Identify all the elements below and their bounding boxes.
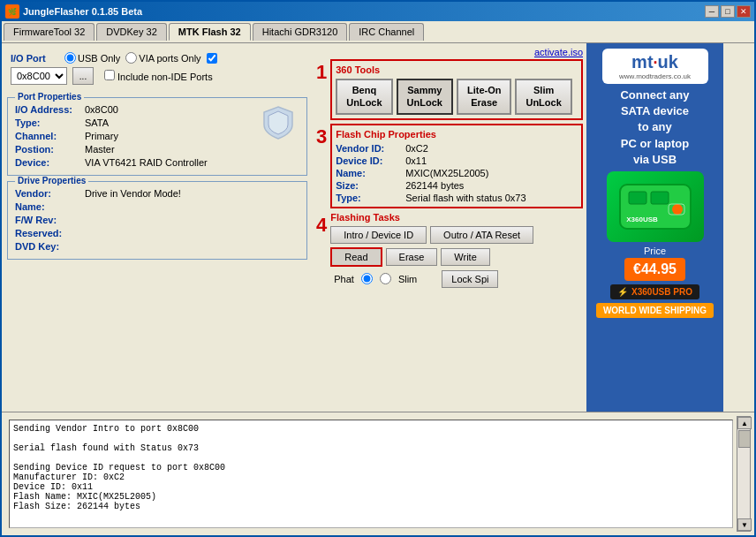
log-line-6: Manufacturer ID: 0xC2 <box>13 473 729 482</box>
svg-text:X360USB: X360USB <box>626 216 658 223</box>
io-address-row: I/O Address: 0x8C00 <box>15 104 208 115</box>
price-badge: €44.95 <box>624 258 685 281</box>
log-line-4 <box>13 453 729 463</box>
mt-logo: mt·uk www.modtraders.co.uk <box>602 49 708 84</box>
shield-icon <box>261 105 296 140</box>
mt-logo-sub: www.modtraders.co.uk <box>619 72 691 80</box>
port-props-left: I/O Address: 0x8C00 Type: SATA Channel: … <box>15 102 208 168</box>
io-section: I/O Port USB Only VIA ports Only 0x8C00 <box>7 49 307 92</box>
slim-unlock-button[interactable]: Slim UnLock <box>515 79 571 115</box>
flash-name-row: Name: MXIC(MX25L2005) <box>336 168 578 178</box>
log-line-1: Sending Vendor Intro to port 0x8C00 <box>13 424 729 434</box>
phat-label: Phat <box>334 274 354 284</box>
reserved-row: Reserved: <box>15 228 299 238</box>
via-ports-checkbox[interactable] <box>207 53 217 64</box>
title-bar-left: 🌿 JungleFlasher 0.1.85 Beta <box>5 4 142 19</box>
port-properties-box: Port Properties I/O Address: 0x8C00 Type… <box>7 97 307 176</box>
tools-360-section: 360 Tools Benq UnLock Sammy UnLock Lite-… <box>330 59 583 120</box>
flashing-tasks-label: Flashing Tasks <box>330 212 583 223</box>
slim-label: Slim <box>398 274 417 284</box>
vendor-id-row: Vendor ID: 0xC2 <box>336 143 578 154</box>
flash-chip-label: Flash Chip Properties <box>336 129 578 140</box>
vendor-row: Vendor: Drive in Vendor Mode! <box>15 188 299 199</box>
erase-button[interactable]: Erase <box>386 248 438 266</box>
benq-unlock-button[interactable]: Benq UnLock <box>336 79 392 115</box>
step-4-label: 4 <box>316 212 327 235</box>
flash-task-row1: Intro / Device ID Outro / ATA Reset <box>330 226 583 244</box>
log-line-9: Flash Size: 262144 bytes <box>13 502 729 511</box>
maximize-button[interactable]: □ <box>721 5 735 18</box>
read-button[interactable]: Read <box>330 247 382 267</box>
log-output: Sending Vendor Intro to port 0x8C00 Seri… <box>9 420 733 528</box>
io-port-label: I/O Port <box>11 53 59 64</box>
tab-firmwaretool[interactable]: FirmwareTool 32 <box>4 23 94 41</box>
dvd-key-row: DVD Key: <box>15 241 299 252</box>
flash-type-row: Type: Serial flash with status 0x73 <box>336 193 578 203</box>
log-line-3: Serial flash found with Status 0x73 <box>13 443 729 453</box>
flash-chip-section: Flash Chip Properties Vendor ID: 0xC2 De… <box>330 124 583 208</box>
mid-panel: activate.iso 1 360 Tools Benq UnLock Sam… <box>313 43 586 412</box>
io-row-bottom: 0x8C00 ... Include non-IDE Ports <box>11 67 304 85</box>
left-panel: I/O Port USB Only VIA ports Only 0x8C00 <box>2 43 313 412</box>
activate-iso-link[interactable]: activate.iso <box>534 47 583 57</box>
flash-props: Vendor ID: 0xC2 Device ID: 0x11 Name: MX… <box>336 143 578 203</box>
svg-rect-2 <box>651 192 669 204</box>
lock-spi-button[interactable]: Lock Spi <box>442 270 498 288</box>
flashing-tasks-section: Flashing Tasks Intro / Device ID Outro /… <box>330 212 583 288</box>
usb-only-label: USB Only <box>64 52 120 64</box>
channel-row: Channel: Primary <box>15 131 208 141</box>
tab-hitachi[interactable]: Hitachi GDR3120 <box>253 23 348 41</box>
type-row: Type: SATA <box>15 117 208 128</box>
main-window: 🌿 JungleFlasher 0.1.85 Beta ─ □ ✕ Firmwa… <box>0 0 756 537</box>
step-1-label: 1 <box>316 59 327 82</box>
write-button[interactable]: Write <box>441 248 489 266</box>
log-line-2 <box>13 434 729 443</box>
include-non-ide-checkbox[interactable] <box>104 70 115 80</box>
port-properties-label: Port Properties <box>15 92 84 102</box>
tab-dvdkey[interactable]: DVDKey 32 <box>96 23 166 41</box>
io-row-top: I/O Port USB Only VIA ports Only <box>11 52 304 64</box>
minimize-button[interactable]: ─ <box>705 5 719 18</box>
device-row: Device: VIA VT6421 RAID Controller <box>15 157 208 168</box>
drive-properties-box: Drive Properties Vendor: Drive in Vendor… <box>7 181 307 260</box>
app-icon: 🌿 <box>5 4 19 19</box>
scroll-down-button[interactable]: ▼ <box>737 518 752 531</box>
scrollbar-thumb[interactable] <box>738 430 751 448</box>
title-bar: 🌿 JungleFlasher 0.1.85 Beta ─ □ ✕ <box>2 2 754 21</box>
mt-logo-text: mt·uk <box>631 52 678 72</box>
sammy-unlock-button[interactable]: Sammy UnLock <box>397 79 453 115</box>
usb-only-radio[interactable] <box>64 52 76 64</box>
device-id-row: Device ID: 0x11 <box>336 155 578 166</box>
price-label: Price <box>644 246 666 256</box>
intro-device-id-button[interactable]: Intro / Device ID <box>330 226 427 244</box>
close-button[interactable]: ✕ <box>737 5 751 18</box>
window-title: JungleFlasher 0.1.85 Beta <box>23 6 142 17</box>
tools-buttons: Benq UnLock Sammy UnLock Lite-On Erase S… <box>336 79 578 115</box>
shipping-badge: WORLD WIDE SHIPPING <box>596 303 714 318</box>
name-row: Name: <box>15 201 299 212</box>
flash-size-row: Size: 262144 bytes <box>336 180 578 191</box>
drive-properties-label: Drive Properties <box>15 176 88 185</box>
ad-headline: Connect any SATA device to any PC or lap… <box>620 87 689 168</box>
via-ports-radio[interactable] <box>125 52 137 64</box>
log-scrollbar: ▲ ▼ <box>737 416 751 532</box>
tools-360-label: 360 Tools <box>336 64 578 75</box>
outro-ata-reset-button[interactable]: Outro / ATA Reset <box>430 226 533 244</box>
phat-radio[interactable] <box>361 273 373 284</box>
log-line-7: Device ID: 0x11 <box>13 482 729 492</box>
log-line-8: Flash Name: MXIC(MX25L2005) <box>13 492 729 502</box>
include-non-ide-label: Include non-IDE Ports <box>104 70 213 82</box>
tab-irc[interactable]: IRC Channel <box>349 23 424 41</box>
io-browse-button[interactable]: ... <box>72 67 94 85</box>
usb-product-image: X360USB <box>607 171 704 242</box>
x360usb-badge: ⚡ X360USB PRO <box>610 284 699 299</box>
fw-rev-row: F/W Rev: <box>15 215 299 225</box>
tab-mtkflash[interactable]: MTK Flash 32 <box>169 23 251 41</box>
step-3-label: 3 <box>316 124 327 147</box>
ad-panel: mt·uk www.modtraders.co.uk Connect any S… <box>586 43 723 412</box>
liteon-erase-button[interactable]: Lite-On Erase <box>457 79 512 115</box>
position-row: Postion: Master <box>15 144 208 155</box>
slim-radio[interactable] <box>380 273 391 284</box>
scroll-up-button[interactable]: ▲ <box>737 417 752 429</box>
io-port-select[interactable]: 0x8C00 <box>11 67 67 85</box>
